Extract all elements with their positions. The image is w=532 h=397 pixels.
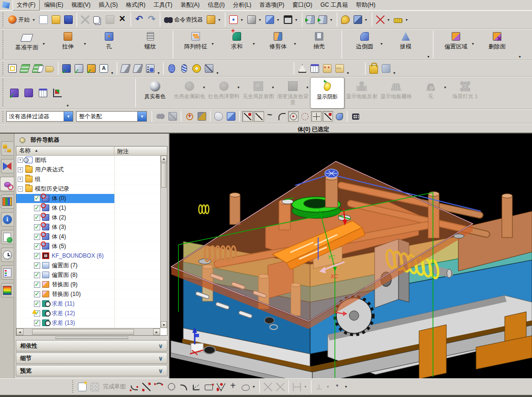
toolbar-grip[interactable] [2,31,4,58]
menu-item[interactable]: 文件(F) [12,0,40,11]
tree-checkbox[interactable] [34,224,40,230]
scroll-left-icon[interactable]: ◄ [16,329,23,335]
assembly-check-button[interactable] [60,61,73,76]
delete-face-button[interactable]: 删除面 [477,29,518,60]
orient-view-button[interactable] [51,86,64,100]
save-button[interactable] [62,12,75,27]
horizontal-scroll-thumb[interactable] [32,329,134,335]
tree-checkbox[interactable] [34,234,40,240]
dropdown-arrow-icon[interactable]: ▼ [306,86,309,89]
chamfer-check-button[interactable] [119,61,132,76]
tree-checkbox[interactable] [34,243,40,250]
circle-button[interactable] [165,380,177,394]
dropdown-arrow-icon[interactable]: ▼ [271,86,275,89]
tree-item-label[interactable]: 体 (2) [51,214,66,222]
resource-tab-reuse-library[interactable] [1,194,13,209]
resource-tab-part-navigator[interactable] [0,177,14,191]
toolbar-overflow-icon[interactable]: ▼ [518,55,521,58]
resource-tab-web-browser[interactable] [1,230,13,244]
resource-tab-assembly-navigator[interactable] [1,141,13,156]
snap-hammer-button[interactable] [196,109,208,124]
menu-item[interactable]: 装配(A) [177,0,203,10]
dropdown-arrow-icon[interactable]: ▼ [304,385,307,388]
offset-region-button[interactable]: 偏置区域▼ [435,29,477,60]
tree-item-label[interactable]: 求差 (11) [51,300,75,308]
new-file-button[interactable] [37,12,50,27]
dropdown-arrow-icon[interactable]: ▼ [252,42,255,45]
menu-item[interactable]: 工具(T) [150,0,176,10]
tree-checkbox[interactable] [34,253,40,259]
tree-item[interactable]: 求差 (12) [16,309,160,318]
snap-intersection-toggle[interactable] [311,111,321,122]
menu-item[interactable]: 信息(I) [204,0,228,10]
shell-button[interactable]: 抽壳 [299,29,340,60]
dropdown-arrow-icon[interactable]: ▼ [240,18,244,22]
hole-button[interactable]: 孔 [89,29,130,60]
fillet-button[interactable] [177,380,190,394]
toolbar-overflow-icon[interactable]: ▼ [216,71,219,75]
tree-item-label[interactable]: 体 (1) [51,204,66,212]
scroll-up-icon[interactable]: ▲ [161,156,167,162]
chevron-down-icon[interactable]: ∨ [158,355,163,362]
scroll-right-icon[interactable]: ► [153,329,160,335]
dimension-button[interactable]: ▼ [291,380,309,394]
toolbar-overflow-icon[interactable]: ▼ [111,71,114,75]
spline-button[interactable]: ▼ [240,380,257,394]
panel-splitter[interactable] [16,336,167,340]
cut-button[interactable] [79,12,91,27]
tree-item-label[interactable]: 替换面 (10) [51,290,81,298]
resource-tab-constraint-navigator[interactable] [1,159,13,173]
tree-vertical-scrollbar[interactable]: ▲ ▼ [160,156,167,328]
dropdown-arrow-icon[interactable]: ▼ [380,42,383,45]
hide-component-button[interactable] [203,61,215,76]
appearance-button[interactable] [339,12,352,27]
toolbar-overflow-icon[interactable]: ▼ [66,104,69,107]
assembly-constraints-button[interactable] [8,86,21,100]
dropdown-arrow-icon[interactable]: ▼ [326,385,330,388]
layer-category-button[interactable] [31,61,44,76]
tree-item[interactable]: 求差 (11) [16,299,160,309]
tree-item-label[interactable]: 求差 (13) [51,319,75,327]
tree-item[interactable]: 体 (2) [16,213,160,223]
menu-item[interactable]: 帮助(H) [352,0,379,10]
selection-box-button[interactable]: ▼ [205,12,223,27]
scene-lights-button[interactable]: 场景灯光 1 [448,77,482,109]
spring-button[interactable] [178,61,190,76]
rotation-handle[interactable] [282,199,293,204]
examine-geometry-button[interactable] [73,61,85,76]
sketch-task-button[interactable] [76,380,89,394]
floor-none-button[interactable]: 无▼ [413,77,448,109]
selection-scope-combo[interactable]: 整个装配▼ [76,111,147,122]
vertical-scroll-thumb[interactable] [161,163,166,188]
true-shading-button[interactable]: 真实着色 [138,77,172,109]
snap-midpoint-toggle[interactable] [254,111,264,122]
extrude-button[interactable]: 拉伸▼ [47,29,89,60]
snap-endpoint-toggle[interactable] [242,111,253,122]
redo-button[interactable] [145,12,158,27]
thread-button[interactable]: 螺纹 [130,29,171,60]
command-finder-button[interactable]: 命令查找器 [162,12,205,27]
no-global-reflection-button[interactable]: 无全局反射图▼ [241,77,276,109]
tree-item-label[interactable]: 偏置面 (7) [51,261,78,270]
tree-item[interactable]: +组 [16,175,160,184]
menu-item[interactable]: 视图(V) [67,0,94,10]
tree-checkbox[interactable] [34,282,40,288]
constraints-button[interactable]: ▼ [313,380,332,394]
dropdown-arrow-icon[interactable]: ▼ [344,385,348,388]
tree-checkbox[interactable] [34,262,40,269]
tree-item[interactable]: −模型历史记录 [16,184,160,194]
tree-item-label[interactable]: 体 (0) [51,194,66,203]
tree-item[interactable]: 求差 (13) [16,318,160,328]
chevron-down-icon[interactable]: ∨ [158,342,163,350]
tree-checkbox[interactable] [34,291,40,297]
resource-tab-hd3d-tool[interactable] [1,212,13,227]
lock-boxes-button[interactable] [367,61,380,76]
menu-item[interactable]: 插入(S) [95,0,122,10]
menu-item[interactable]: 窗口(O) [288,0,316,10]
dropdown-arrow-icon[interactable]: ▼ [42,42,45,45]
menu-item[interactable]: GC 工具箱 [317,0,352,10]
ruler-button[interactable]: ▼ [392,12,410,27]
isometric-view-button[interactable]: ▼ [264,12,282,27]
dropdown-arrow-icon[interactable]: ▼ [443,86,447,89]
trim-body-button[interactable]: 修剪体▼ [257,29,299,60]
